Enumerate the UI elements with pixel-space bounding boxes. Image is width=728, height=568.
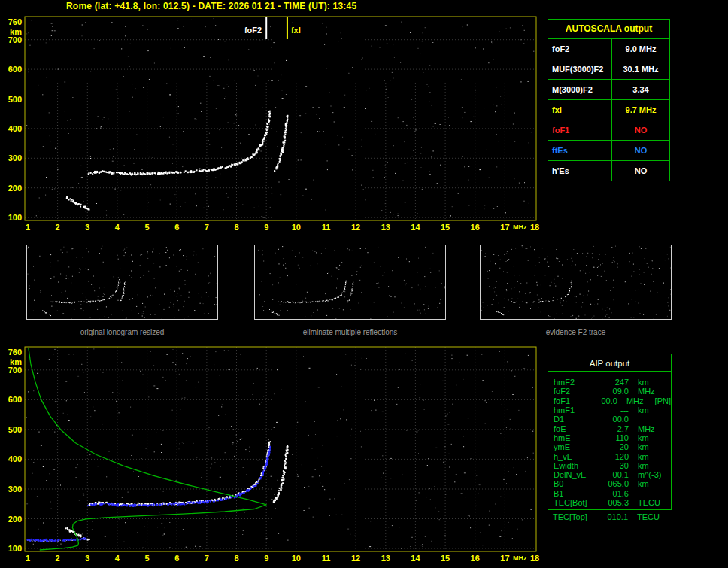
thumb-series-F2-ordinary-trace: [505, 281, 572, 304]
aip-param-label: B0: [548, 479, 599, 488]
svg-text:14: 14: [411, 223, 420, 232]
x-axis-ticks: 123456789101112131415161718MHz: [26, 554, 539, 563]
thumb-series-E-region-trace: [271, 311, 279, 316]
thumb-series-F2-ordinary-trace: [50, 279, 120, 303]
aip-param-value: 120: [599, 452, 629, 461]
autoscala-param-label: foF1: [548, 120, 612, 140]
autoscala-rows: foF29.0 MHzMUF(3000)F230.1 MHzM(3000)F23…: [548, 38, 669, 181]
svg-text:4: 4: [115, 554, 120, 563]
svg-text:6: 6: [174, 223, 179, 232]
aip-output-panel: AIP output hmF2247kmfoF209.0MHzfoF100.0M…: [548, 354, 672, 510]
autoscala-param-value: 9.0 MHz: [612, 39, 669, 59]
svg-text:4: 4: [115, 223, 120, 232]
aip-param-value: 00.1: [599, 470, 629, 479]
thumbnail-border: [255, 245, 446, 320]
thumb-series-E-region-trace: [42, 310, 51, 316]
thumbnail-f2-evidence: evidence F2 trace: [480, 245, 672, 336]
svg-text:8: 8: [234, 554, 238, 563]
aip-param-unit: MHz: [638, 387, 669, 396]
svg-text:8: 8: [234, 223, 238, 232]
svg-text:9: 9: [264, 554, 268, 563]
svg-text:700: 700: [8, 366, 22, 375]
aip-param-unit: m^(-3): [638, 470, 669, 479]
autoscala-param-value: 9.7 MHz: [612, 100, 669, 120]
svg-text:600: 600: [8, 65, 22, 74]
thumbnail-border: [481, 245, 672, 320]
tec-bottom-row-container: TEC[Bot]005.3TECU: [548, 498, 671, 507]
svg-text:5: 5: [145, 554, 150, 563]
series-E-region-trace: [66, 196, 90, 211]
aip-rows: hmF2247kmfoF209.0MHzfoF100.0MHz[PN]hmF1-…: [548, 372, 671, 498]
x-axis-unit-label: MHz: [513, 554, 527, 562]
svg-text:200: 200: [8, 184, 22, 193]
svg-text:17: 17: [500, 223, 509, 232]
svg-text:500: 500: [8, 425, 22, 434]
y-axis-ticks: 760700600500400300200100km: [8, 348, 23, 553]
thumbnail-no-reflections: eliminate multiple reflections: [254, 245, 446, 336]
marker-label-foF2: foF2: [244, 26, 262, 35]
autoscala-row-ftEs: ftEsNO: [548, 140, 669, 160]
aip-param-unit: MHz: [638, 424, 669, 433]
svg-text:17: 17: [500, 554, 509, 563]
svg-text:7: 7: [205, 223, 209, 232]
aip-row-ymE: ymE20km: [548, 442, 671, 451]
svg-text:6: 6: [174, 554, 179, 563]
series-F2-ordinary-trace: [88, 111, 271, 176]
aip-param-unit: km: [638, 442, 669, 451]
svg-text:16: 16: [471, 554, 480, 563]
thumbnail-original-caption: original ionogram resized: [26, 328, 218, 336]
aip-param-label: D1: [548, 415, 599, 424]
aip-row-DelN_vE: DelN_vE00.1m^(-3): [548, 470, 671, 479]
series-electron-density-profile: [29, 348, 266, 550]
thumb-series-F2-extraordinary-trace: [347, 282, 353, 302]
x-axis-unit-label: MHz: [513, 223, 527, 231]
aip-row-B0: B0065.0km: [548, 479, 671, 488]
aip-param-value: 00.0: [599, 415, 629, 424]
aip-param-value: 30: [599, 461, 629, 470]
autoscala-param-label: h'Es: [548, 161, 612, 181]
aip-param-unit: TECU: [637, 512, 669, 521]
aip-param-value: 09.0: [599, 387, 629, 396]
aip-param-value: 01.6: [599, 489, 629, 498]
autoscala-row-M(3000)F2: M(3000)F23.34: [548, 79, 669, 99]
thumbnail-f2-evidence-image: [480, 245, 672, 320]
autoscala-param-value: 30.1 MHz: [612, 59, 669, 79]
aip-row-foF1: foF100.0MHz[PN]: [548, 396, 671, 405]
autoscala-param-value: NO: [612, 141, 669, 160]
aip-row-TEC[Top]: TEC[Top]010.1TECU: [548, 512, 672, 521]
svg-text:13: 13: [381, 554, 390, 563]
svg-text:2: 2: [56, 223, 60, 232]
marker-label-fxI: fxI: [291, 26, 301, 35]
aip-param-unit: km: [638, 378, 669, 387]
aip-param-unit: km: [638, 479, 669, 488]
thumbnail-noise: [481, 245, 671, 320]
autoscala-row-h'Es: h'EsNO: [548, 160, 669, 181]
thumbnail-no-reflections-caption: eliminate multiple reflections: [254, 328, 446, 336]
svg-text:15: 15: [441, 223, 450, 232]
aip-row-hmF2: hmF2247km: [548, 378, 671, 387]
aip-row-Ewidth: Ewidth30km: [548, 461, 671, 470]
aip-param-label: TEC[Bot]: [548, 498, 599, 507]
aip-param-unit: km: [638, 433, 669, 442]
svg-text:600: 600: [8, 395, 22, 404]
bottom-ionogram-profile-chart: 123456789101112131415161718MHz7607006005…: [0, 342, 545, 568]
thumb-series-F2-extraordinary-trace: [120, 281, 126, 302]
thumbnail-noise: [27, 246, 217, 320]
autoscala-row-MUF(3000)F2: MUF(3000)F230.1 MHz: [548, 59, 669, 79]
autoscala-param-label: foF2: [548, 39, 612, 59]
autoscala-param-label: M(3000)F2: [548, 80, 612, 99]
svg-text:500: 500: [8, 95, 22, 104]
aip-param-value: ---: [599, 405, 629, 415]
aip-param-extra: [PN]: [655, 396, 671, 405]
plot-frame: [25, 17, 536, 220]
svg-text:11: 11: [322, 554, 331, 563]
series-F2-extraordinary-trace: [273, 445, 289, 503]
aip-row-hmF1: hmF1---km: [548, 405, 671, 415]
series-F2-extraordinary-trace: [274, 115, 288, 172]
aip-param-unit: km: [638, 405, 669, 415]
aip-param-unit: TECU: [638, 498, 669, 507]
aip-row-foF2: foF209.0MHz: [548, 387, 671, 396]
svg-text:7: 7: [205, 554, 209, 563]
aip-param-value: 010.1: [598, 512, 628, 521]
aip-param-label: foE: [548, 424, 599, 433]
